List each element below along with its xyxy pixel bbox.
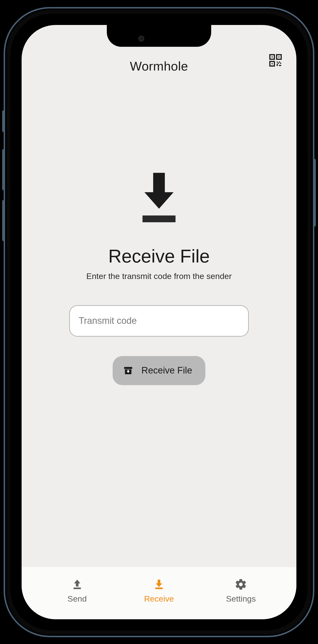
svg-marker-19 bbox=[74, 580, 80, 586]
main-content: Receive File Enter the transmit code fro… bbox=[22, 81, 296, 567]
tab-receive-label: Receive bbox=[144, 594, 174, 604]
page-title: Receive File bbox=[108, 246, 210, 266]
bottom-tab-bar: Send Receive bbox=[22, 567, 296, 619]
tab-send[interactable]: Send bbox=[53, 578, 101, 604]
svg-rect-10 bbox=[278, 62, 279, 64]
svg-rect-16 bbox=[142, 216, 176, 222]
power-button bbox=[313, 159, 316, 226]
svg-rect-9 bbox=[280, 62, 281, 64]
svg-marker-22 bbox=[156, 583, 162, 587]
svg-rect-7 bbox=[279, 61, 280, 62]
svg-rect-23 bbox=[155, 588, 163, 589]
volume-up-button bbox=[2, 149, 5, 190]
qr-code-button[interactable] bbox=[269, 54, 282, 67]
svg-rect-21 bbox=[158, 580, 161, 583]
download-icon bbox=[153, 578, 165, 591]
upload-icon bbox=[71, 578, 83, 591]
archive-download-icon bbox=[123, 366, 133, 376]
phone-frame: Wormhole bbox=[4, 7, 314, 637]
volume-down-button bbox=[2, 200, 5, 241]
qr-code-icon bbox=[269, 54, 282, 67]
tab-receive[interactable]: Receive bbox=[135, 578, 183, 604]
svg-rect-1 bbox=[272, 56, 273, 58]
svg-rect-13 bbox=[277, 65, 278, 66]
tab-settings[interactable]: Settings bbox=[217, 578, 265, 604]
receive-file-button[interactable]: Receive File bbox=[113, 356, 205, 385]
svg-rect-11 bbox=[279, 65, 280, 66]
svg-rect-12 bbox=[280, 65, 281, 66]
phone-screen: Wormhole bbox=[22, 25, 296, 619]
tab-settings-label: Settings bbox=[226, 594, 256, 604]
svg-rect-17 bbox=[124, 367, 132, 369]
side-button bbox=[2, 110, 5, 132]
gear-icon bbox=[235, 578, 247, 591]
svg-rect-20 bbox=[73, 588, 81, 589]
tab-send-label: Send bbox=[68, 594, 87, 604]
svg-marker-15 bbox=[144, 192, 174, 209]
svg-rect-3 bbox=[278, 56, 280, 58]
page-subtitle: Enter the transmit code from the sender bbox=[86, 272, 232, 281]
svg-rect-6 bbox=[277, 61, 278, 62]
phone-notch bbox=[107, 25, 211, 47]
svg-rect-8 bbox=[277, 64, 278, 65]
receive-file-button-label: Receive File bbox=[141, 365, 192, 376]
download-icon bbox=[135, 173, 183, 224]
svg-rect-5 bbox=[272, 63, 273, 64]
transmit-code-input[interactable] bbox=[69, 305, 249, 337]
app-title: Wormhole bbox=[130, 59, 188, 74]
svg-rect-14 bbox=[153, 173, 165, 193]
